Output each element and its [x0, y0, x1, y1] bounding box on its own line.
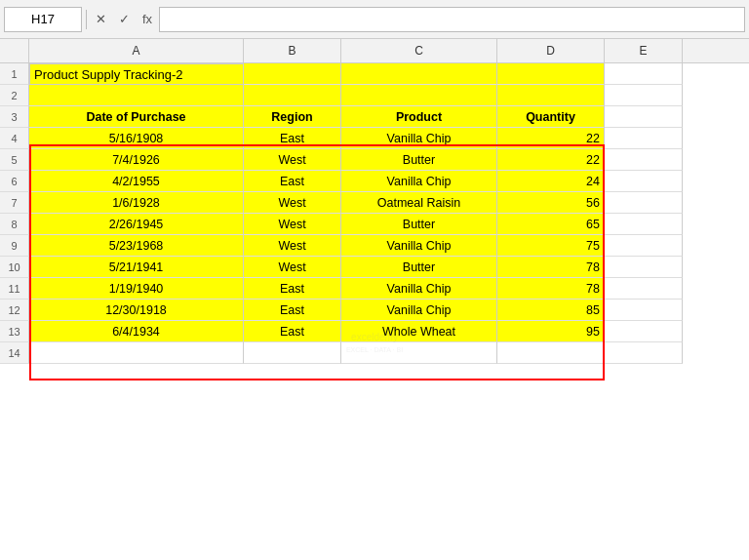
cell-b9[interactable]: West: [244, 235, 341, 257]
cell-c14[interactable]: [341, 342, 497, 364]
cell-c7[interactable]: Oatmeal Raisin: [341, 192, 497, 214]
cell-d10[interactable]: 78: [497, 257, 605, 278]
row-num-4: 4: [0, 128, 29, 149]
cell-e10[interactable]: [605, 257, 683, 278]
col-header-e[interactable]: E: [605, 39, 683, 62]
cell-d12[interactable]: 85: [497, 300, 605, 321]
cell-b2[interactable]: [244, 85, 341, 106]
row-num-14: 14: [0, 342, 29, 364]
cell-d8[interactable]: 65: [497, 214, 605, 235]
cell-c8[interactable]: Butter: [341, 214, 497, 235]
cell-e2[interactable]: [605, 85, 683, 106]
row-num-2: 2: [0, 85, 29, 106]
cell-d7[interactable]: 56: [497, 192, 605, 214]
row-num-6: 6: [0, 171, 29, 192]
cell-c10[interactable]: Butter: [341, 257, 497, 278]
row-1: 1 Product Supply Tracking-2: [0, 63, 749, 85]
cancel-icon[interactable]: ✕: [91, 7, 110, 32]
cell-a5[interactable]: 7/4/1926: [29, 149, 244, 171]
cell-a6[interactable]: 4/2/1955: [29, 171, 244, 192]
cell-b3[interactable]: Region: [244, 106, 341, 128]
cell-e1[interactable]: [605, 63, 683, 85]
col-header-d[interactable]: D: [497, 39, 605, 62]
cell-c13[interactable]: Whole Wheat: [341, 321, 497, 342]
cell-b6[interactable]: East: [244, 171, 341, 192]
cell-a8[interactable]: 2/26/1945: [29, 214, 244, 235]
cell-c11[interactable]: Vanilla Chip: [341, 278, 497, 300]
cell-c12[interactable]: Vanilla Chip: [341, 300, 497, 321]
row-7: 7 1/6/1928 West Oatmeal Raisin 56: [0, 192, 749, 214]
cell-d1[interactable]: [497, 63, 605, 85]
row-num-11: 11: [0, 278, 29, 300]
cell-b4[interactable]: East: [244, 128, 341, 149]
cell-e4[interactable]: [605, 128, 683, 149]
row-num-8: 8: [0, 214, 29, 235]
cell-c4[interactable]: Vanilla Chip: [341, 128, 497, 149]
cell-b14[interactable]: [244, 342, 341, 364]
cell-d6[interactable]: 24: [497, 171, 605, 192]
cell-a7[interactable]: 1/6/1928: [29, 192, 244, 214]
col-header-b[interactable]: B: [244, 39, 341, 62]
confirm-icon[interactable]: ✓: [114, 7, 134, 32]
cell-c5[interactable]: Butter: [341, 149, 497, 171]
cell-d11[interactable]: 78: [497, 278, 605, 300]
cell-d3[interactable]: Quantity: [497, 106, 605, 128]
cell-b12[interactable]: East: [244, 300, 341, 321]
cell-d14[interactable]: [497, 342, 605, 364]
cell-b11[interactable]: East: [244, 278, 341, 300]
cell-b8[interactable]: West: [244, 214, 341, 235]
cell-d4[interactable]: 22: [497, 128, 605, 149]
cell-e3[interactable]: [605, 106, 683, 128]
formula-input[interactable]: [159, 7, 745, 32]
cell-e6[interactable]: [605, 171, 683, 192]
cell-d9[interactable]: 75: [497, 235, 605, 257]
cell-c3[interactable]: Product: [341, 106, 497, 128]
spreadsheet-wrapper: A B C D E 1 Product Supply Tracking-2 2: [0, 39, 749, 364]
col-header-c[interactable]: C: [341, 39, 497, 62]
cell-d5[interactable]: 22: [497, 149, 605, 171]
cell-c9[interactable]: Vanilla Chip: [341, 235, 497, 257]
cell-e12[interactable]: [605, 300, 683, 321]
formula-bar-divider: [86, 10, 87, 29]
cell-a11[interactable]: 1/19/1940: [29, 278, 244, 300]
cell-c1[interactable]: [341, 63, 497, 85]
cell-e13[interactable]: [605, 321, 683, 342]
row-num-7: 7: [0, 192, 29, 214]
cell-a2[interactable]: [29, 85, 244, 106]
fx-icon[interactable]: fx: [138, 7, 157, 32]
cell-reference-box[interactable]: H17: [4, 7, 82, 32]
row-num-12: 12: [0, 300, 29, 321]
cell-a1[interactable]: Product Supply Tracking-2: [29, 63, 244, 85]
cell-a13[interactable]: 6/4/1934: [29, 321, 244, 342]
row-4: 4 5/16/1908 East Vanilla Chip 22: [0, 128, 749, 149]
row-9: 9 5/23/1968 West Vanilla Chip 75: [0, 235, 749, 257]
cell-d13[interactable]: 95: [497, 321, 605, 342]
cell-e7[interactable]: [605, 192, 683, 214]
cell-b13[interactable]: East: [244, 321, 341, 342]
cell-d2[interactable]: [497, 85, 605, 106]
cell-a12[interactable]: 12/30/1918: [29, 300, 244, 321]
cell-a9[interactable]: 5/23/1968: [29, 235, 244, 257]
cell-e8[interactable]: [605, 214, 683, 235]
cell-b10[interactable]: West: [244, 257, 341, 278]
cell-e14[interactable]: [605, 342, 683, 364]
cell-c6[interactable]: Vanilla Chip: [341, 171, 497, 192]
cell-a4[interactable]: 5/16/1908: [29, 128, 244, 149]
row-8: 8 2/26/1945 West Butter 65: [0, 214, 749, 235]
row-6: 6 4/2/1955 East Vanilla Chip 24: [0, 171, 749, 192]
cell-a3[interactable]: Date of Purchase: [29, 106, 244, 128]
row-num-1: 1: [0, 63, 29, 85]
col-header-a[interactable]: A: [29, 39, 244, 62]
cell-e9[interactable]: [605, 235, 683, 257]
cell-c2[interactable]: [341, 85, 497, 106]
cell-b7[interactable]: West: [244, 192, 341, 214]
cell-b1[interactable]: [244, 63, 341, 85]
cell-a10[interactable]: 5/21/1941: [29, 257, 244, 278]
row-10: 10 5/21/1941 West Butter 78: [0, 257, 749, 278]
cell-e11[interactable]: [605, 278, 683, 300]
cell-e5[interactable]: [605, 149, 683, 171]
cell-a14[interactable]: [29, 342, 244, 364]
grid-body: 1 Product Supply Tracking-2 2 3 Date of …: [0, 63, 749, 364]
cell-b5[interactable]: West: [244, 149, 341, 171]
row-num-9: 9: [0, 235, 29, 257]
